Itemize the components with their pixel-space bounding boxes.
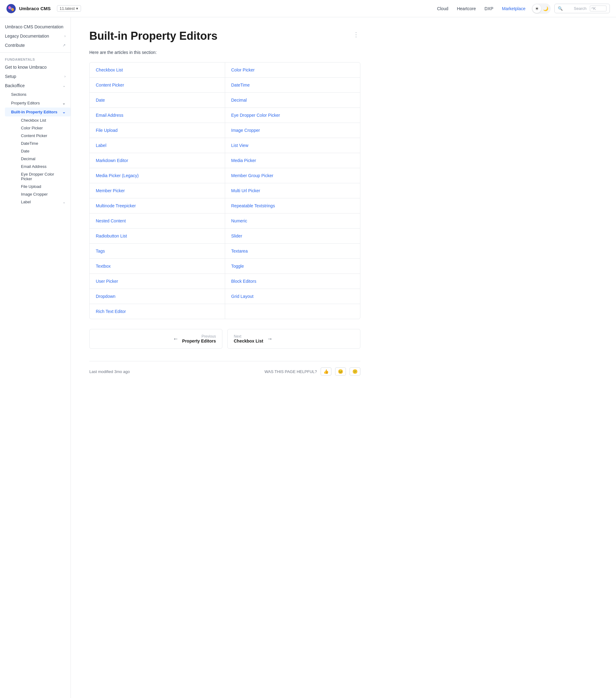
last-modified: Last modified 3mo ago bbox=[89, 369, 130, 374]
sidebar-item-email-address[interactable]: Email Address bbox=[5, 163, 71, 170]
article-checkbox-list[interactable]: Checkbox List bbox=[89, 62, 225, 77]
sidebar-item-backoffice[interactable]: Backoffice ⌄ bbox=[0, 81, 71, 90]
external-link-icon: ↗ bbox=[62, 43, 66, 47]
article-date[interactable]: Date bbox=[89, 93, 225, 108]
grid-row: Media Picker (Legacy) Member Group Picke… bbox=[89, 168, 360, 183]
chevron-down-icon: ⌄ bbox=[62, 101, 66, 105]
article-radiobutton-list[interactable]: Radiobutton List bbox=[89, 228, 225, 243]
article-textarea[interactable]: Textarea bbox=[225, 244, 360, 259]
grid-row: User Picker Block Editors bbox=[89, 274, 360, 289]
article-file-upload[interactable]: File Upload bbox=[89, 123, 225, 138]
search-icon: 🔍 bbox=[558, 6, 571, 11]
prev-page-link[interactable]: ← Previous Property Editors bbox=[89, 329, 222, 349]
chevron-down-icon: ⌄ bbox=[62, 200, 66, 204]
sidebar-item-color-picker[interactable]: Color Picker bbox=[5, 124, 71, 132]
article-toggle[interactable]: Toggle bbox=[225, 259, 360, 274]
search-placeholder: Search bbox=[574, 6, 587, 11]
header-nav: Cloud Heartcore DXP Marketplace bbox=[437, 6, 526, 11]
feedback-row: WAS THIS PAGE HELPFUL? 👍 😐 😕 bbox=[265, 367, 360, 376]
article-datetime[interactable]: DateTime bbox=[225, 78, 360, 93]
feedback-label: WAS THIS PAGE HELPFUL? bbox=[265, 369, 317, 374]
sidebar-item-get-to-know[interactable]: Get to know Umbraco bbox=[0, 62, 71, 72]
main-content: Built-in Property Editors ⋮ Here are the… bbox=[71, 17, 379, 698]
sidebar-item-eye-dropper[interactable]: Eye Dropper Color Picker bbox=[5, 170, 71, 183]
sidebar-item-legacy-docs[interactable]: Legacy Documentation › bbox=[0, 31, 71, 41]
header: Umbraco CMS 11.latest ▾ Cloud Heartcore … bbox=[0, 0, 616, 17]
page-title-row: Built-in Property Editors ⋮ bbox=[89, 30, 360, 42]
grid-row: Markdown Editor Media Picker bbox=[89, 153, 360, 168]
sidebar-item-built-in-property-editors[interactable]: Built-in Property Editors ⌄ bbox=[5, 108, 71, 116]
feedback-yes-button[interactable]: 👍 bbox=[321, 367, 332, 376]
next-page-link[interactable]: Next Checkbox List → bbox=[227, 329, 360, 349]
article-media-picker-legacy[interactable]: Media Picker (Legacy) bbox=[89, 168, 225, 183]
search-box[interactable]: 🔍 Search ^K bbox=[555, 4, 610, 13]
grid-row: Label List View bbox=[89, 138, 360, 153]
article-numeric[interactable]: Numeric bbox=[225, 213, 360, 228]
grid-row: Rich Text Editor bbox=[89, 304, 360, 319]
article-markdown-editor[interactable]: Markdown Editor bbox=[89, 153, 225, 168]
article-user-picker[interactable]: User Picker bbox=[89, 274, 225, 289]
article-textbox[interactable]: Textbox bbox=[89, 259, 225, 274]
sidebar-divider bbox=[0, 52, 71, 53]
chevron-down-icon: ▾ bbox=[76, 6, 78, 11]
sidebar-item-datetime[interactable]: DateTime bbox=[5, 140, 71, 147]
article-tags[interactable]: Tags bbox=[89, 244, 225, 259]
sidebar-item-checkbox-list[interactable]: Checkbox List bbox=[5, 116, 71, 124]
article-nested-content[interactable]: Nested Content bbox=[89, 213, 225, 228]
sidebar-item-date[interactable]: Date bbox=[5, 147, 71, 155]
umbraco-logo-icon bbox=[6, 4, 16, 14]
grid-row: File Upload Image Cropper bbox=[89, 123, 360, 138]
sidebar-item-sections[interactable]: Sections bbox=[0, 90, 71, 99]
article-member-group-picker[interactable]: Member Group Picker bbox=[225, 168, 360, 183]
chevron-down-icon: ⌄ bbox=[62, 83, 66, 88]
article-email-address[interactable]: Email Address bbox=[89, 108, 225, 123]
page-footer: Last modified 3mo ago WAS THIS PAGE HELP… bbox=[89, 361, 360, 382]
article-repeatable-textstrings[interactable]: Repeatable Textstrings bbox=[225, 198, 360, 213]
nav-marketplace[interactable]: Marketplace bbox=[502, 6, 526, 11]
sidebar-item-cms-docs[interactable]: Umbraco CMS Documentation bbox=[0, 22, 71, 31]
sidebar-item-file-upload[interactable]: File Upload bbox=[5, 183, 71, 190]
dark-mode-button[interactable]: 🌙 bbox=[541, 4, 550, 13]
sidebar-item-content-picker[interactable]: Content Picker bbox=[5, 132, 71, 140]
article-label[interactable]: Label bbox=[89, 138, 225, 153]
article-decimal[interactable]: Decimal bbox=[225, 93, 360, 108]
article-eye-dropper[interactable]: Eye Dropper Color Picker bbox=[225, 108, 360, 123]
sidebar-item-label[interactable]: Label ⌄ bbox=[5, 198, 71, 206]
article-dropdown[interactable]: Dropdown bbox=[89, 289, 225, 304]
article-multi-url-picker[interactable]: Multi Url Picker bbox=[225, 183, 360, 198]
article-slider[interactable]: Slider bbox=[225, 228, 360, 243]
article-grid-layout[interactable]: Grid Layout bbox=[225, 289, 360, 304]
article-block-editors[interactable]: Block Editors bbox=[225, 274, 360, 289]
sidebar-item-image-cropper[interactable]: Image Cropper bbox=[5, 190, 71, 198]
sidebar-item-decimal[interactable]: Decimal bbox=[5, 155, 71, 163]
nav-heartcore[interactable]: Heartcore bbox=[457, 6, 476, 11]
fundamentals-section-title: FUNDAMENTALS bbox=[0, 55, 71, 62]
article-rich-text-editor[interactable]: Rich Text Editor bbox=[89, 304, 225, 319]
next-page-info: Next Checkbox List bbox=[234, 334, 263, 344]
article-color-picker[interactable]: Color Picker bbox=[225, 62, 360, 77]
article-image-cropper[interactable]: Image Cropper bbox=[225, 123, 360, 138]
article-content-picker[interactable]: Content Picker bbox=[89, 78, 225, 93]
article-member-picker[interactable]: Member Picker bbox=[89, 183, 225, 198]
sidebar-item-setup[interactable]: Setup › bbox=[0, 72, 71, 81]
page-title: Built-in Property Editors bbox=[89, 30, 218, 42]
logo[interactable]: Umbraco CMS bbox=[6, 4, 51, 14]
grid-row: Textbox Toggle bbox=[89, 259, 360, 274]
article-multinode-treepicker[interactable]: Multinode Treepicker bbox=[89, 198, 225, 213]
version-badge[interactable]: 11.latest ▾ bbox=[57, 5, 81, 12]
more-options-button[interactable]: ⋮ bbox=[352, 30, 360, 39]
sidebar-item-contribute[interactable]: Contribute ↗ bbox=[0, 41, 71, 50]
arrow-left-icon: ← bbox=[173, 336, 178, 342]
grid-row: Multinode Treepicker Repeatable Textstri… bbox=[89, 198, 360, 213]
grid-row: Dropdown Grid Layout bbox=[89, 289, 360, 304]
article-list-view[interactable]: List View bbox=[225, 138, 360, 153]
light-mode-button[interactable]: ☀ bbox=[533, 4, 541, 13]
feedback-neutral-button[interactable]: 😐 bbox=[335, 367, 346, 376]
sidebar-item-property-editors[interactable]: Property Editors ⌄ bbox=[0, 99, 71, 108]
grid-row: Nested Content Numeric bbox=[89, 213, 360, 228]
nav-dxp[interactable]: DXP bbox=[485, 6, 493, 11]
grid-cell-empty bbox=[225, 304, 360, 319]
feedback-no-button[interactable]: 😕 bbox=[350, 367, 360, 376]
nav-cloud[interactable]: Cloud bbox=[437, 6, 448, 11]
article-media-picker[interactable]: Media Picker bbox=[225, 153, 360, 168]
